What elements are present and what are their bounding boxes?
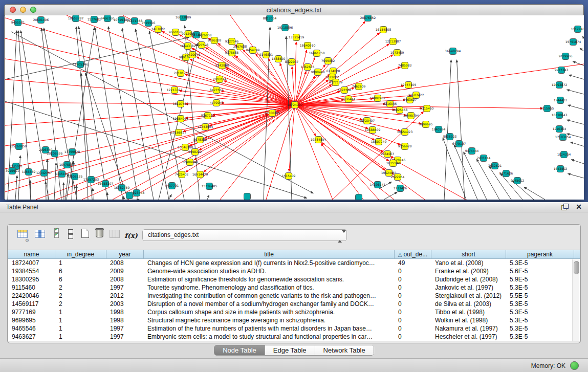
tab-network-table[interactable]: Network Table bbox=[315, 345, 374, 355]
table-cell[interactable]: 2 bbox=[55, 300, 106, 308]
table-cell[interactable]: Tibbo et al. (1998) bbox=[431, 308, 506, 316]
table-cell[interactable]: Corpus callosum shape and size in male p… bbox=[144, 308, 395, 316]
table-cell[interactable]: 18724007 bbox=[8, 259, 55, 267]
table-cell[interactable]: Structural magnetic resonance image aver… bbox=[144, 316, 395, 324]
table-cell[interactable]: Embryonic stem cells: a model to study s… bbox=[144, 333, 395, 341]
table-cell[interactable]: 9115460 bbox=[8, 283, 55, 292]
network-view-canvas[interactable]: 9405571206914061065328715276029466160107… bbox=[5, 15, 584, 200]
table-row[interactable]: 969969511998Structural magnetic resonanc… bbox=[8, 316, 580, 324]
select-columns-button[interactable] bbox=[50, 228, 63, 240]
table-cell[interactable]: Dudbridge et al. (2008) bbox=[431, 275, 506, 283]
column-header-out_de[interactable]: △out_de... bbox=[395, 250, 431, 258]
close-panel-icon[interactable]: ✕ bbox=[576, 203, 582, 211]
table-cell[interactable]: 49 bbox=[395, 259, 431, 267]
table-cell[interactable]: Hescheler et al. (1997) bbox=[431, 333, 506, 341]
table-cell[interactable]: 2003 bbox=[106, 300, 144, 308]
table-panel-header[interactable]: Table Panel ✕ bbox=[0, 202, 588, 212]
column-header-year[interactable]: year bbox=[106, 250, 144, 258]
table-cell[interactable]: 2 bbox=[55, 283, 106, 292]
table-cell[interactable]: 0 bbox=[395, 333, 431, 341]
table-row[interactable]: 946554611997Estimation of the future num… bbox=[8, 324, 580, 333]
table-cell[interactable]: 9465546 bbox=[8, 324, 55, 333]
table-cell[interactable]: 1 bbox=[55, 308, 106, 316]
table-cell[interactable]: Franke et al. (2009) bbox=[431, 267, 506, 275]
table-cell[interactable]: 2009 bbox=[106, 267, 144, 275]
table-cell[interactable]: 5.9E-5 bbox=[506, 275, 574, 283]
table-cell[interactable]: 0 bbox=[395, 283, 431, 292]
table-cell[interactable]: 1998 bbox=[106, 308, 144, 316]
table-cell[interactable]: Estimation of significance thresholds fo… bbox=[144, 275, 395, 283]
table-cell[interactable]: Stergiakouli et al. (2012) bbox=[431, 292, 506, 300]
table-cell[interactable]: 6 bbox=[55, 275, 106, 283]
table-cell[interactable]: Yano et al. (2008) bbox=[431, 259, 506, 267]
table-row[interactable]: 946362711997Embryonic stem cells: a mode… bbox=[8, 333, 580, 341]
graph-node[interactable] bbox=[356, 194, 362, 200]
graph-node[interactable] bbox=[244, 193, 251, 200]
table-row[interactable]: 1830029562008Estimation of significance … bbox=[8, 275, 580, 283]
table-cell[interactable]: 0 bbox=[395, 316, 431, 324]
table-cell[interactable]: Investigating the contribution of common… bbox=[144, 292, 395, 300]
table-cell[interactable]: 9699695 bbox=[8, 316, 55, 324]
table-cell[interactable]: 5.3E-5 bbox=[506, 333, 574, 341]
tab-node-table[interactable]: Node Table bbox=[214, 345, 265, 355]
attribute-batch-editor-button[interactable]: ⚙ bbox=[16, 230, 29, 242]
table-cell[interactable]: 0 bbox=[395, 324, 431, 333]
memory-status-indicator[interactable] bbox=[570, 361, 579, 370]
table-cell[interactable]: 1997 bbox=[106, 283, 144, 292]
table-cell[interactable]: 2 bbox=[55, 292, 106, 300]
table-cell[interactable]: 5.6E-5 bbox=[506, 267, 574, 275]
column-header-pagerank[interactable]: pagerank bbox=[506, 250, 574, 258]
table-cell[interactable]: 2008 bbox=[106, 275, 144, 283]
table-cell[interactable]: Disruption of a novel member of a sodium… bbox=[144, 300, 395, 308]
table-row[interactable]: 977716911998Corpus callosum shape and si… bbox=[8, 308, 580, 316]
table-cell[interactable]: 2012 bbox=[106, 292, 144, 300]
table-cell[interactable]: 5.3E-5 bbox=[506, 324, 574, 333]
column-header-short[interactable]: short bbox=[431, 250, 506, 258]
table-cell[interactable]: 0 bbox=[395, 267, 431, 275]
table-cell[interactable]: Genome-wide association studies in ADHD. bbox=[144, 267, 395, 275]
column-header-in_degree[interactable]: in_degree bbox=[55, 250, 106, 258]
table-row[interactable]: 1938455462009Genome-wide association stu… bbox=[8, 267, 580, 275]
table-cell[interactable]: de Silva et al. (2003) bbox=[431, 300, 506, 308]
table-scrollbar[interactable] bbox=[572, 259, 579, 341]
delete-column-button[interactable] bbox=[93, 228, 106, 240]
network-window-titlebar[interactable]: citations_edges.txt bbox=[5, 5, 583, 16]
table-cell[interactable]: 1997 bbox=[106, 324, 144, 333]
table-cell[interactable]: Tourette syndrome. Phenomenology and cla… bbox=[144, 283, 395, 292]
table-row[interactable]: 2242004622012Investigating the contribut… bbox=[8, 292, 580, 300]
table-cell[interactable]: 0 bbox=[395, 275, 431, 283]
table-cell[interactable]: 1 bbox=[55, 259, 106, 267]
table-cell[interactable]: 0 bbox=[395, 300, 431, 308]
column-header-title[interactable]: title bbox=[144, 250, 395, 258]
table-cell[interactable]: 1 bbox=[55, 333, 106, 341]
table-cell[interactable]: 2008 bbox=[106, 259, 144, 267]
network-window[interactable]: citations_edges.txt 94055712069140610653… bbox=[4, 4, 584, 200]
column-header-name[interactable]: name bbox=[8, 250, 55, 258]
table-cell[interactable]: Wolkin et al. (1998) bbox=[431, 316, 506, 324]
create-column-button[interactable] bbox=[78, 229, 92, 241]
table-cell[interactable]: 1 bbox=[55, 324, 106, 333]
float-panel-icon[interactable] bbox=[561, 204, 568, 210]
table-cell[interactable]: 0 bbox=[395, 292, 431, 300]
table-cell[interactable]: 6 bbox=[55, 267, 106, 275]
scrollbar-thumb[interactable] bbox=[574, 261, 579, 274]
table-row[interactable]: 1456911722003Disruption of a novel membe… bbox=[8, 300, 580, 308]
show-column-button[interactable] bbox=[33, 230, 47, 242]
table-cell[interactable]: 1998 bbox=[106, 316, 144, 324]
table-cell[interactable]: 5.3E-5 bbox=[506, 308, 574, 316]
table-cell[interactable]: 1 bbox=[55, 316, 106, 324]
table-selector-dropdown[interactable]: citations_edges.txt bbox=[142, 229, 347, 241]
table-cell[interactable]: 19384554 bbox=[8, 267, 55, 275]
tab-edge-table[interactable]: Edge Table bbox=[265, 345, 315, 355]
table-cell[interactable]: 5.5E-5 bbox=[506, 292, 574, 300]
table-row[interactable]: 1872400712008Changes of HCN gene express… bbox=[8, 259, 580, 267]
table-cell[interactable]: 9463627 bbox=[8, 333, 55, 341]
table-cell[interactable]: 1997 bbox=[106, 333, 144, 341]
table-cell[interactable]: 5.3E-5 bbox=[506, 300, 574, 308]
table-cell[interactable]: Nakamura et al. (1997) bbox=[431, 324, 506, 333]
table-row[interactable]: 911546021997Tourette syndrome. Phenomeno… bbox=[8, 283, 580, 292]
table-cell[interactable]: 18300295 bbox=[8, 275, 55, 283]
table-cell[interactable]: Estimation of the future numbers of pati… bbox=[144, 324, 395, 333]
table-cell[interactable]: 14569117 bbox=[8, 300, 55, 308]
table-cell[interactable]: Jankovic et al. (1997) bbox=[431, 283, 506, 292]
